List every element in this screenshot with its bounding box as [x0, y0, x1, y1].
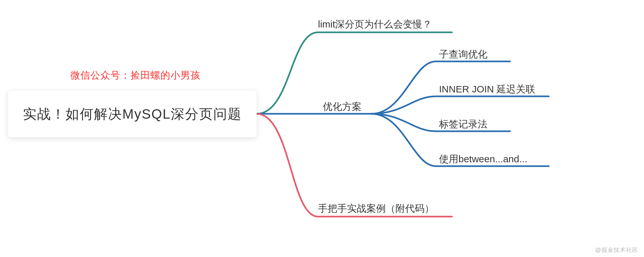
leaf-tag-record[interactable]: 标签记录法	[439, 118, 487, 131]
root-node[interactable]: 实战！如何解决MySQL深分页问题	[8, 91, 257, 137]
branch-limit-slow[interactable]: limit深分页为什么会变慢？	[318, 18, 432, 31]
leaf-subquery[interactable]: 子查询优化	[439, 48, 487, 61]
leaf-inner-join[interactable]: INNER JOIN 延迟关联	[439, 83, 535, 96]
leaf-between-and[interactable]: 使用between...and...	[439, 153, 527, 166]
root-title: 实战！如何解决MySQL深分页问题	[23, 105, 242, 123]
mindmap-canvas: 微信公众号：捡田螺的小男孩 实战！如何解决MySQL深分页问题 limit深分页…	[0, 0, 644, 257]
branch-practice[interactable]: 手把手实战案例（附代码）	[318, 202, 434, 215]
watermark: @掘金技术社区	[595, 246, 638, 254]
branch-optimize[interactable]: 优化方案	[323, 100, 362, 113]
root-subtitle: 微信公众号：捡田螺的小男孩	[70, 69, 200, 82]
